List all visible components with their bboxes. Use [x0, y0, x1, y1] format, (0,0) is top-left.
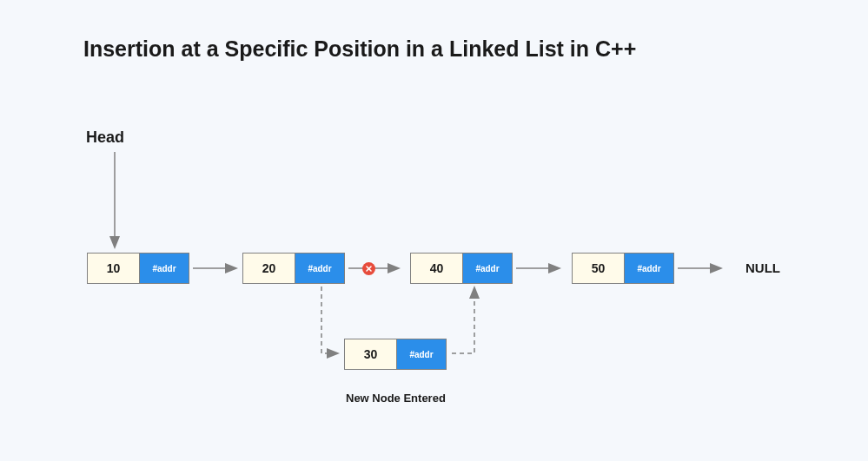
broken-link-icon: [362, 262, 375, 275]
node-3-value: 40: [411, 254, 463, 283]
node-3-addr: #addr: [463, 254, 512, 283]
page-title: Insertion at a Specific Position in a Li…: [83, 36, 636, 62]
new-node-addr: #addr: [397, 339, 446, 369]
node-1-addr: #addr: [140, 254, 189, 283]
node-2-value: 20: [243, 254, 295, 283]
node-2: 20 #addr: [242, 253, 345, 284]
null-label: NULL: [745, 260, 780, 275]
new-node: 30 #addr: [344, 339, 447, 370]
node-4-addr: #addr: [625, 254, 673, 283]
node-1-value: 10: [88, 254, 140, 283]
node-1: 10 #addr: [87, 253, 189, 284]
node-2-addr: #addr: [295, 254, 344, 283]
node-4: 50 #addr: [572, 253, 674, 284]
node-3: 40 #addr: [410, 253, 513, 284]
dashed-new-to-n3: [452, 288, 474, 353]
new-node-label: New Node Entered: [346, 392, 446, 405]
dashed-n2-to-new: [321, 286, 337, 353]
node-4-value: 50: [573, 254, 625, 283]
head-label: Head: [86, 128, 124, 147]
new-node-value: 30: [345, 339, 397, 369]
